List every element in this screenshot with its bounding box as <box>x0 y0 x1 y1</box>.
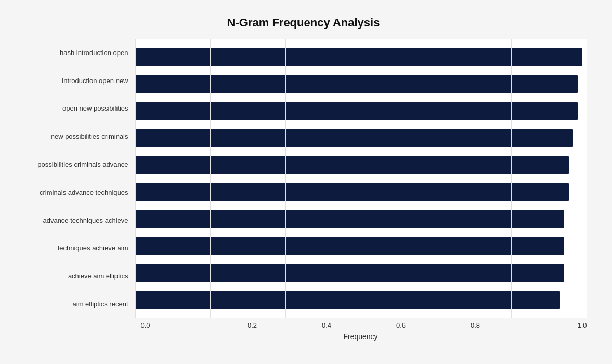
x-tick-label: 0.4 <box>290 321 364 329</box>
bar-row <box>135 98 587 125</box>
bar <box>135 75 578 93</box>
bar <box>135 129 574 147</box>
y-axis-label: criminals advance techniques <box>40 189 128 196</box>
bar <box>135 183 569 201</box>
bar-row <box>135 287 587 314</box>
chart-title: N-Gram Frequency Analysis <box>20 16 587 30</box>
x-tick-label: 0.2 <box>215 321 290 329</box>
bar-row <box>135 206 587 233</box>
bar-row <box>135 71 587 98</box>
bars-plot <box>135 39 587 318</box>
x-tick-label: 0.0 <box>141 321 215 329</box>
y-axis-label: introduction open new <box>62 77 128 84</box>
y-axis-label: open new possibilities <box>62 105 128 112</box>
y-axis-label: possibilities criminals advance <box>37 161 128 168</box>
bar-row <box>135 179 587 206</box>
bar-row <box>135 44 587 71</box>
bar-row <box>135 233 587 260</box>
bar <box>135 102 578 120</box>
x-tick-label: 1.0 <box>513 321 587 329</box>
x-tick-label: 0.6 <box>364 321 438 329</box>
bars-section: hash introduction openintroduction open … <box>20 39 587 318</box>
bar-row <box>135 260 587 287</box>
x-axis: 0.00.20.40.60.81.0 <box>141 321 587 329</box>
bar <box>135 210 565 228</box>
bar <box>135 156 569 174</box>
y-axis-label: achieve aim elliptics <box>68 273 128 279</box>
chart-container: N-Gram Frequency Analysis hash introduct… <box>10 6 603 359</box>
bar <box>135 48 582 66</box>
x-tick-label: 0.8 <box>438 321 513 329</box>
bar-row <box>135 152 587 179</box>
y-axis-label: new possibilities criminals <box>51 133 128 140</box>
x-axis-label: Frequency <box>135 332 587 341</box>
y-axis-label: aim elliptics recent <box>73 301 128 307</box>
y-axis-label: techniques achieve aim <box>58 245 128 251</box>
y-axis-label: advance techniques achieve <box>43 217 128 224</box>
bar <box>135 291 560 309</box>
bar <box>135 237 565 255</box>
y-axis-label: hash introduction open <box>60 49 128 56</box>
y-labels: hash introduction openintroduction open … <box>20 39 135 318</box>
chart-area: hash introduction openintroduction open … <box>20 39 587 309</box>
bar-row <box>135 125 587 152</box>
bar <box>135 264 565 282</box>
